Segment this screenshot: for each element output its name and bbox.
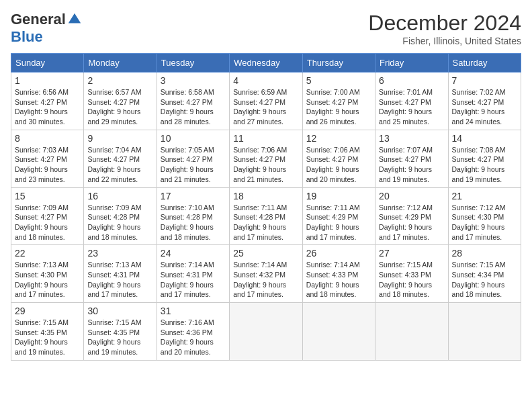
calendar-day-cell: 20Sunrise: 7:12 AMSunset: 4:29 PMDayligh… (375, 187, 448, 245)
calendar-day-cell: 6Sunrise: 7:01 AMSunset: 4:27 PMDaylight… (375, 73, 448, 130)
day-info: Sunrise: 7:10 AMSunset: 4:28 PMDaylight:… (161, 203, 226, 242)
day-number: 14 (452, 133, 517, 144)
calendar-day-cell: 10Sunrise: 7:05 AMSunset: 4:27 PMDayligh… (157, 130, 229, 187)
day-of-week-header: Monday (84, 54, 157, 73)
day-number: 23 (87, 248, 152, 259)
calendar-day-cell (230, 303, 302, 361)
calendar-day-cell: 7Sunrise: 7:02 AMSunset: 4:27 PMDaylight… (448, 73, 521, 130)
day-number: 12 (306, 133, 371, 144)
calendar-day-cell: 2Sunrise: 6:57 AMSunset: 4:27 PMDaylight… (84, 73, 157, 130)
day-number: 15 (15, 191, 80, 201)
day-number: 10 (161, 133, 226, 144)
calendar-day-cell: 19Sunrise: 7:11 AMSunset: 4:29 PMDayligh… (302, 187, 375, 245)
day-info: Sunrise: 7:06 AMSunset: 4:27 PMDaylight:… (306, 145, 371, 185)
month-title: December 2024 (368, 11, 521, 36)
calendar-day-cell (448, 303, 521, 361)
day-info: Sunrise: 7:04 AMSunset: 4:27 PMDaylight:… (87, 145, 152, 185)
day-number: 3 (161, 75, 226, 86)
day-info: Sunrise: 7:03 AMSunset: 4:27 PMDaylight:… (15, 145, 80, 185)
calendar-week-row: 8Sunrise: 7:03 AMSunset: 4:27 PMDaylight… (11, 130, 521, 187)
calendar-day-cell: 24Sunrise: 7:14 AMSunset: 4:31 PMDayligh… (157, 245, 229, 303)
day-info: Sunrise: 6:56 AMSunset: 4:27 PMDaylight:… (15, 87, 80, 127)
calendar-day-cell: 22Sunrise: 7:13 AMSunset: 4:30 PMDayligh… (11, 245, 84, 303)
day-info: Sunrise: 7:15 AMSunset: 4:33 PMDaylight:… (379, 260, 444, 300)
calendar-day-cell: 18Sunrise: 7:11 AMSunset: 4:28 PMDayligh… (230, 187, 302, 245)
calendar-day-cell: 27Sunrise: 7:15 AMSunset: 4:33 PMDayligh… (375, 245, 448, 303)
day-number: 26 (306, 248, 371, 259)
day-info: Sunrise: 7:12 AMSunset: 4:29 PMDaylight:… (379, 203, 444, 242)
day-info: Sunrise: 7:11 AMSunset: 4:29 PMDaylight:… (306, 203, 371, 242)
day-info: Sunrise: 7:06 AMSunset: 4:27 PMDaylight:… (233, 145, 298, 185)
day-number: 19 (306, 191, 371, 201)
day-info: Sunrise: 7:07 AMSunset: 4:27 PMDaylight:… (379, 145, 444, 185)
day-number: 27 (379, 248, 444, 259)
calendar-day-cell: 29Sunrise: 7:15 AMSunset: 4:35 PMDayligh… (11, 303, 84, 361)
calendar-day-cell: 3Sunrise: 6:58 AMSunset: 4:27 PMDaylight… (157, 73, 229, 130)
page-header: General Blue December 2024 Fisher, Illin… (11, 11, 521, 46)
day-number: 17 (161, 191, 226, 201)
calendar-day-cell: 26Sunrise: 7:14 AMSunset: 4:33 PMDayligh… (302, 245, 375, 303)
day-info: Sunrise: 7:01 AMSunset: 4:27 PMDaylight:… (379, 87, 444, 127)
calendar-day-cell: 9Sunrise: 7:04 AMSunset: 4:27 PMDaylight… (84, 130, 157, 187)
calendar-header-row: SundayMondayTuesdayWednesdayThursdayFrid… (11, 54, 521, 73)
day-info: Sunrise: 7:14 AMSunset: 4:32 PMDaylight:… (233, 260, 298, 300)
day-of-week-header: Tuesday (157, 54, 229, 73)
day-info: Sunrise: 7:15 AMSunset: 4:34 PMDaylight:… (452, 260, 517, 300)
day-number: 25 (233, 248, 298, 259)
logo-general: General (11, 11, 66, 28)
logo-icon (67, 12, 82, 27)
day-of-week-header: Thursday (302, 54, 375, 73)
day-number: 20 (379, 191, 444, 201)
day-of-week-header: Sunday (11, 54, 84, 73)
day-number: 18 (233, 191, 298, 201)
day-number: 1 (15, 75, 80, 86)
day-info: Sunrise: 7:02 AMSunset: 4:27 PMDaylight:… (452, 87, 517, 127)
day-info: Sunrise: 6:59 AMSunset: 4:27 PMDaylight:… (233, 87, 298, 127)
calendar-week-row: 22Sunrise: 7:13 AMSunset: 4:30 PMDayligh… (11, 245, 521, 303)
day-info: Sunrise: 6:57 AMSunset: 4:27 PMDaylight:… (87, 87, 152, 127)
day-of-week-header: Saturday (448, 54, 521, 73)
calendar-table: SundayMondayTuesdayWednesdayThursdayFrid… (11, 53, 521, 361)
location: Fisher, Illinois, United States (368, 36, 521, 46)
day-number: 13 (379, 133, 444, 144)
calendar-day-cell: 15Sunrise: 7:09 AMSunset: 4:27 PMDayligh… (11, 187, 84, 245)
day-of-week-header: Friday (375, 54, 448, 73)
day-number: 9 (87, 133, 152, 144)
day-number: 2 (87, 75, 152, 86)
calendar-day-cell: 23Sunrise: 7:13 AMSunset: 4:31 PMDayligh… (84, 245, 157, 303)
calendar-day-cell: 14Sunrise: 7:08 AMSunset: 4:27 PMDayligh… (448, 130, 521, 187)
day-info: Sunrise: 7:16 AMSunset: 4:36 PMDaylight:… (161, 318, 226, 357)
calendar-day-cell: 28Sunrise: 7:15 AMSunset: 4:34 PMDayligh… (448, 245, 521, 303)
logo: General Blue (11, 11, 82, 46)
day-info: Sunrise: 7:09 AMSunset: 4:27 PMDaylight:… (15, 203, 80, 242)
calendar-day-cell: 25Sunrise: 7:14 AMSunset: 4:32 PMDayligh… (230, 245, 302, 303)
calendar-day-cell: 31Sunrise: 7:16 AMSunset: 4:36 PMDayligh… (157, 303, 229, 361)
day-number: 5 (306, 75, 371, 86)
calendar-day-cell (375, 303, 448, 361)
calendar-week-row: 1Sunrise: 6:56 AMSunset: 4:27 PMDaylight… (11, 73, 521, 130)
day-number: 29 (15, 306, 80, 316)
calendar-day-cell: 5Sunrise: 7:00 AMSunset: 4:27 PMDaylight… (302, 73, 375, 130)
logo-blue: Blue (11, 28, 43, 46)
day-number: 16 (87, 191, 152, 201)
day-number: 30 (87, 306, 152, 316)
day-info: Sunrise: 7:08 AMSunset: 4:27 PMDaylight:… (452, 145, 517, 185)
calendar-day-cell: 4Sunrise: 6:59 AMSunset: 4:27 PMDaylight… (230, 73, 302, 130)
day-number: 11 (233, 133, 298, 144)
day-number: 7 (452, 75, 517, 86)
day-info: Sunrise: 7:13 AMSunset: 4:31 PMDaylight:… (87, 260, 152, 300)
day-number: 24 (161, 248, 226, 259)
calendar-week-row: 15Sunrise: 7:09 AMSunset: 4:27 PMDayligh… (11, 187, 521, 245)
day-number: 6 (379, 75, 444, 86)
calendar-day-cell: 30Sunrise: 7:15 AMSunset: 4:35 PMDayligh… (84, 303, 157, 361)
calendar-day-cell: 21Sunrise: 7:12 AMSunset: 4:30 PMDayligh… (448, 187, 521, 245)
day-info: Sunrise: 7:11 AMSunset: 4:28 PMDaylight:… (233, 203, 298, 242)
day-info: Sunrise: 7:15 AMSunset: 4:35 PMDaylight:… (87, 318, 152, 357)
calendar-week-row: 29Sunrise: 7:15 AMSunset: 4:35 PMDayligh… (11, 303, 521, 361)
day-number: 22 (15, 248, 80, 259)
calendar-day-cell: 16Sunrise: 7:09 AMSunset: 4:28 PMDayligh… (84, 187, 157, 245)
day-info: Sunrise: 7:13 AMSunset: 4:30 PMDaylight:… (15, 260, 80, 300)
day-info: Sunrise: 7:15 AMSunset: 4:35 PMDaylight:… (15, 318, 80, 357)
day-number: 21 (452, 191, 517, 201)
calendar-day-cell: 1Sunrise: 6:56 AMSunset: 4:27 PMDaylight… (11, 73, 84, 130)
